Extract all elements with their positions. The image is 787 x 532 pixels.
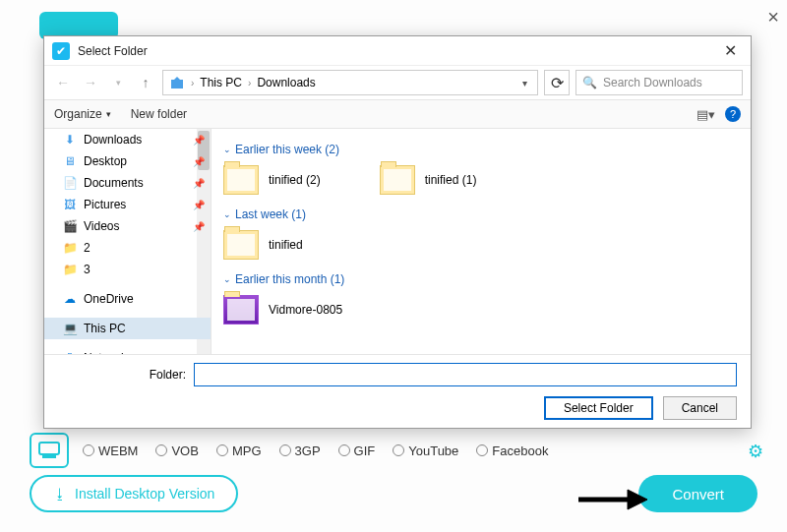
install-label: Install Desktop Version bbox=[75, 486, 214, 502]
tree-item-2[interactable]: 📁2 bbox=[44, 237, 211, 259]
app-icon: ✔ bbox=[52, 42, 70, 60]
tree-item-downloads[interactable]: ⬇Downloads📌 bbox=[44, 129, 211, 150]
chevron-down-icon: ▾ bbox=[106, 109, 111, 119]
back-button[interactable]: ← bbox=[52, 72, 74, 93]
nav-bar: ← → ▾ ↑ › This PC › Downloads ▾ ⟳ 🔍 Sear… bbox=[44, 66, 751, 99]
forward-button[interactable]: → bbox=[80, 72, 101, 93]
new-folder-button[interactable]: New folder bbox=[131, 107, 187, 121]
download-icon: ⬇ bbox=[62, 132, 78, 148]
tree-item-label: This PC bbox=[84, 322, 126, 335]
convert-button[interactable]: Convert bbox=[638, 475, 757, 512]
dialog-footer: Folder: Select Folder Cancel bbox=[44, 354, 751, 428]
tree-item-label: 2 bbox=[84, 241, 91, 255]
folder-icon bbox=[223, 295, 259, 325]
pin-icon: 📌 bbox=[193, 221, 205, 232]
tree-item-label: OneDrive bbox=[84, 292, 134, 306]
group-header[interactable]: ⌄Earlier this month (1) bbox=[223, 272, 739, 286]
address-dropdown[interactable]: ▾ bbox=[518, 78, 531, 89]
view-options-button[interactable]: ▤▾ bbox=[696, 107, 715, 122]
folder-icon bbox=[223, 230, 259, 260]
format-radio-group: WEBM VOB MPG 3GP GIF YouTube Facebook bbox=[83, 443, 548, 458]
format-option[interactable]: Facebook bbox=[476, 443, 548, 458]
download-icon: ⭳ bbox=[53, 486, 67, 502]
group-title: Last week (1) bbox=[235, 207, 306, 221]
group-header[interactable]: ⌄Earlier this week (2) bbox=[223, 143, 739, 156]
chevron-down-icon: ⌄ bbox=[223, 145, 231, 154]
format-option[interactable]: MPG bbox=[216, 443, 262, 458]
cancel-button[interactable]: Cancel bbox=[663, 396, 737, 420]
install-desktop-button[interactable]: ⭳ Install Desktop Version bbox=[30, 475, 238, 512]
folder-item[interactable]: tinified (1) bbox=[380, 160, 477, 200]
address-bar[interactable]: › This PC › Downloads ▾ bbox=[162, 70, 538, 95]
select-folder-button[interactable]: Select Folder bbox=[544, 396, 653, 420]
toolbar: Organize▾ New folder ▤▾ ? bbox=[44, 99, 751, 129]
document-icon: 📄 bbox=[62, 175, 78, 191]
annotation-arrow-icon bbox=[576, 488, 647, 515]
folder-item[interactable]: tinified (2) bbox=[223, 160, 321, 200]
convert-label: Convert bbox=[672, 486, 724, 502]
select-folder-dialog: ✔ Select Folder ✕ ← → ▾ ↑ › This PC › Do… bbox=[43, 35, 752, 429]
tree-item-label: Downloads bbox=[84, 133, 142, 147]
pin-icon: 📌 bbox=[193, 200, 205, 210]
pc-icon: 💻 bbox=[62, 321, 78, 336]
format-option[interactable]: WEBM bbox=[83, 443, 138, 458]
chevron-down-icon: ⌄ bbox=[223, 209, 231, 219]
folder-item[interactable]: Vidmore-0805 bbox=[223, 290, 342, 329]
svg-rect-6 bbox=[171, 80, 183, 89]
picture-icon: 🖼 bbox=[62, 197, 78, 212]
tree-item-label: Pictures bbox=[84, 198, 126, 211]
refresh-button[interactable]: ⟳ bbox=[544, 70, 570, 95]
radio-icon bbox=[83, 444, 94, 456]
tree-item-label: Videos bbox=[84, 219, 119, 233]
format-bar: WEBM VOB MPG 3GP GIF YouTube Facebook bbox=[30, 433, 757, 468]
chevron-right-icon: › bbox=[191, 78, 194, 89]
tree-item-label: 3 bbox=[84, 263, 91, 276]
format-option[interactable]: YouTube bbox=[393, 443, 458, 458]
format-option[interactable]: VOB bbox=[155, 443, 198, 458]
tree-item-documents[interactable]: 📄Documents📌 bbox=[44, 172, 211, 194]
recent-dropdown[interactable]: ▾ bbox=[107, 72, 129, 93]
group-header[interactable]: ⌄Last week (1) bbox=[223, 207, 739, 221]
gear-icon[interactable]: ⚙ bbox=[748, 441, 763, 462]
format-option[interactable]: GIF bbox=[338, 443, 376, 458]
output-icon[interactable] bbox=[30, 433, 69, 468]
tree-item-pictures[interactable]: 🖼Pictures📌 bbox=[44, 194, 211, 215]
svg-rect-1 bbox=[42, 455, 56, 458]
dialog-title: Select Folder bbox=[78, 44, 718, 58]
radio-icon bbox=[279, 444, 291, 456]
tree-item-videos[interactable]: 🎬Videos📌 bbox=[44, 215, 211, 237]
pin-icon: 📌 bbox=[193, 178, 205, 189]
chevron-right-icon: › bbox=[248, 78, 251, 89]
folder-content[interactable]: ⌄Earlier this week (2)tinified (2)tinifi… bbox=[212, 129, 751, 354]
tree-item-this-pc[interactable]: 💻This PC bbox=[44, 318, 211, 339]
folder-input[interactable] bbox=[194, 363, 737, 386]
format-option[interactable]: 3GP bbox=[279, 443, 321, 458]
radio-icon bbox=[338, 444, 350, 456]
search-icon: 🔍 bbox=[582, 76, 597, 89]
close-icon[interactable]: ✕ bbox=[718, 41, 743, 60]
cloud-icon: ☁ bbox=[62, 291, 78, 307]
up-button[interactable]: ↑ bbox=[135, 72, 156, 93]
folder-icon bbox=[380, 165, 415, 195]
pin-icon: 📌 bbox=[193, 135, 205, 146]
breadcrumb-segment[interactable]: This PC bbox=[200, 76, 242, 89]
folder-name: tinified (1) bbox=[425, 173, 477, 187]
organize-menu[interactable]: Organize▾ bbox=[54, 107, 111, 121]
search-input[interactable]: 🔍 Search Downloads bbox=[575, 70, 743, 95]
app-close-icon[interactable]: × bbox=[767, 6, 779, 29]
tree-item-network[interactable]: 🖧Network bbox=[44, 347, 211, 354]
tree-item-desktop[interactable]: 🖥Desktop📌 bbox=[44, 150, 211, 172]
help-icon[interactable]: ? bbox=[725, 106, 741, 122]
folder-icon bbox=[223, 165, 259, 195]
navigation-tree: ⬇Downloads📌🖥Desktop📌📄Documents📌🖼Pictures… bbox=[44, 129, 212, 354]
svg-marker-5 bbox=[628, 490, 647, 509]
tree-item-3[interactable]: 📁3 bbox=[44, 259, 211, 280]
folder-name: tinified (2) bbox=[269, 173, 321, 187]
breadcrumb-segment[interactable]: Downloads bbox=[257, 76, 315, 89]
folder-icon: 📁 bbox=[62, 240, 78, 256]
tree-item-onedrive[interactable]: ☁OneDrive bbox=[44, 288, 211, 310]
folder-item[interactable]: tinified bbox=[223, 225, 303, 265]
download-folder-icon bbox=[169, 75, 185, 90]
desktop-icon: 🖥 bbox=[62, 153, 78, 169]
folder-label: Folder: bbox=[58, 368, 186, 382]
